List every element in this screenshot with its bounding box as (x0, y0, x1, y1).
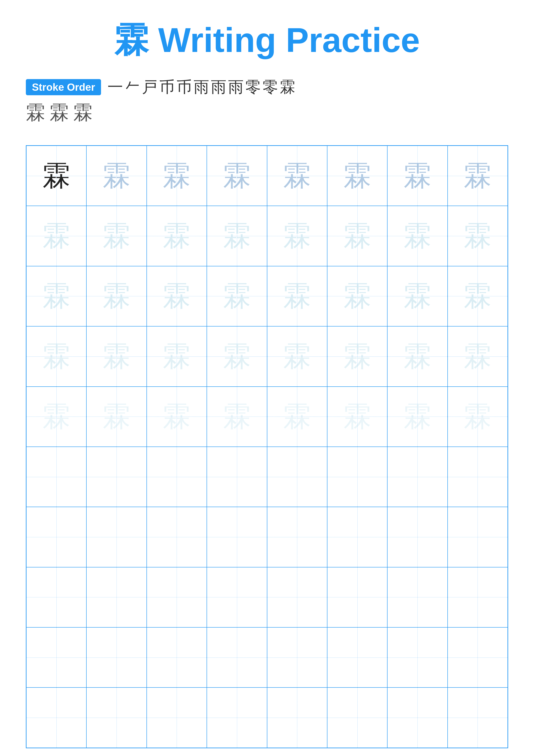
grid-cell-r4c5[interactable]: 霖 (267, 326, 327, 387)
grid-cell-r10c7[interactable] (387, 688, 447, 747)
stroke-order-row1: Stroke Order 一 𠂉 戸 币 币 雨 雨 雨 零 零 霖 (26, 77, 508, 97)
grid-cell-r8c7[interactable] (387, 567, 447, 627)
stroke-step-10: 零 (263, 77, 278, 97)
grid-cell-r2c2[interactable]: 霖 (87, 206, 146, 266)
grid-cell-r2c8[interactable]: 霖 (447, 206, 508, 266)
practice-char: 霖 (464, 403, 492, 431)
grid-cell-r6c2[interactable] (87, 447, 146, 507)
grid-cell-r8c6[interactable] (327, 567, 387, 627)
grid-cell-r5c1[interactable]: 霖 (26, 387, 87, 447)
title-char: 霖 (114, 21, 149, 59)
grid-cell-r10c3[interactable] (147, 688, 207, 747)
grid-cell-r1c7[interactable]: 霖 (387, 146, 447, 206)
grid-cell-r4c6[interactable]: 霖 (327, 326, 387, 387)
grid-cell-r9c7[interactable] (387, 627, 447, 688)
grid-cell-r9c1[interactable] (26, 627, 87, 688)
grid-cell-r1c3[interactable]: 霖 (147, 146, 207, 206)
grid-cell-r10c8[interactable] (447, 688, 508, 747)
grid-cell-r7c1[interactable] (26, 507, 87, 567)
grid-cell-r2c1[interactable]: 霖 (26, 206, 87, 266)
grid-cell-r9c4[interactable] (207, 627, 267, 688)
grid-cell-r6c7[interactable] (387, 447, 447, 507)
grid-cell-r7c5[interactable] (267, 507, 327, 567)
grid-cell-r9c2[interactable] (87, 627, 146, 688)
grid-cell-r8c3[interactable] (147, 567, 207, 627)
grid-cell-r3c8[interactable]: 霖 (447, 266, 508, 326)
grid-cell-r5c7[interactable]: 霖 (387, 387, 447, 447)
grid-cell-r8c1[interactable] (26, 567, 87, 627)
grid-cell-r6c6[interactable] (327, 447, 387, 507)
grid-cell-r9c6[interactable] (327, 627, 387, 688)
practice-char: 霖 (343, 403, 371, 431)
grid-cell-r8c4[interactable] (207, 567, 267, 627)
practice-char: 霖 (163, 222, 191, 250)
grid-cell-r3c7[interactable]: 霖 (387, 266, 447, 326)
grid-cell-r3c2[interactable]: 霖 (87, 266, 146, 326)
stroke-order-section: Stroke Order 一 𠂉 戸 币 币 雨 雨 雨 零 零 霖 霖 霖 霖 (26, 77, 508, 137)
grid-cell-r10c6[interactable] (327, 688, 387, 747)
grid-cell-r7c4[interactable] (207, 507, 267, 567)
grid-cell-r7c8[interactable] (447, 507, 508, 567)
grid-cell-r8c2[interactable] (87, 567, 146, 627)
grid-cell-r3c6[interactable]: 霖 (327, 266, 387, 326)
grid-cell-r2c6[interactable]: 霖 (327, 206, 387, 266)
grid-cell-r1c6[interactable]: 霖 (327, 146, 387, 206)
grid-cell-r4c2[interactable]: 霖 (87, 326, 146, 387)
grid-cell-r9c8[interactable] (447, 627, 508, 688)
grid-cell-r6c4[interactable] (207, 447, 267, 507)
grid-cell-r4c3[interactable]: 霖 (147, 326, 207, 387)
practice-char: 霖 (343, 342, 371, 370)
grid-cell-r6c5[interactable] (267, 447, 327, 507)
grid-cell-r8c8[interactable] (447, 567, 508, 627)
grid-cell-r1c4[interactable]: 霖 (207, 146, 267, 206)
grid-cell-r3c3[interactable]: 霖 (147, 266, 207, 326)
grid-cell-r3c5[interactable]: 霖 (267, 266, 327, 326)
practice-char: 霖 (42, 403, 70, 431)
grid-cell-r4c8[interactable]: 霖 (447, 326, 508, 387)
grid-cell-r5c6[interactable]: 霖 (327, 387, 387, 447)
grid-cell-r2c3[interactable]: 霖 (147, 206, 207, 266)
grid-cell-r3c4[interactable]: 霖 (207, 266, 267, 326)
practice-char: 霖 (343, 282, 371, 310)
practice-char: 霖 (42, 342, 70, 370)
grid-cell-r5c5[interactable]: 霖 (267, 387, 327, 447)
grid-cell-r5c8[interactable]: 霖 (447, 387, 508, 447)
grid-cell-r8c5[interactable] (267, 567, 327, 627)
grid-cell-r4c4[interactable]: 霖 (207, 326, 267, 387)
grid-cell-r5c4[interactable]: 霖 (207, 387, 267, 447)
practice-char: 霖 (42, 162, 70, 190)
grid-cell-r5c2[interactable]: 霖 (87, 387, 146, 447)
grid-cell-r7c7[interactable] (387, 507, 447, 567)
grid-cell-r1c1[interactable]: 霖 (26, 146, 87, 206)
grid-cell-r5c3[interactable]: 霖 (147, 387, 207, 447)
grid-cell-r6c3[interactable] (147, 447, 207, 507)
practice-char: 霖 (42, 282, 70, 310)
grid-cell-r2c4[interactable]: 霖 (207, 206, 267, 266)
practice-char: 霖 (103, 403, 131, 431)
grid-cell-r10c2[interactable] (87, 688, 146, 747)
grid-cell-r9c5[interactable] (267, 627, 327, 688)
stroke-step-3: 戸 (142, 77, 158, 97)
grid-cell-r10c4[interactable] (207, 688, 267, 747)
stroke-sequence-line1: 一 𠂉 戸 币 币 雨 雨 雨 零 零 霖 (108, 77, 295, 97)
grid-cell-r9c3[interactable] (147, 627, 207, 688)
grid-cell-r6c8[interactable] (447, 447, 508, 507)
grid-cell-r1c8[interactable]: 霖 (447, 146, 508, 206)
grid-cell-r7c2[interactable] (87, 507, 146, 567)
grid-cell-r7c3[interactable] (147, 507, 207, 567)
stroke-order-row2: 霖 霖 霖 (26, 99, 508, 126)
grid-cell-r1c2[interactable]: 霖 (87, 146, 146, 206)
practice-char: 霖 (103, 162, 131, 190)
grid-cell-r3c1[interactable]: 霖 (26, 266, 87, 326)
grid-cell-r10c1[interactable] (26, 688, 87, 747)
grid-cell-r4c7[interactable]: 霖 (387, 326, 447, 387)
grid-cell-r1c5[interactable]: 霖 (267, 146, 327, 206)
grid-cell-r10c5[interactable] (267, 688, 327, 747)
grid-cell-r2c7[interactable]: 霖 (387, 206, 447, 266)
stroke-step-5: 币 (176, 77, 192, 97)
grid-cell-r4c1[interactable]: 霖 (26, 326, 87, 387)
stroke-step-14: 霖 (73, 99, 93, 126)
grid-cell-r6c1[interactable] (26, 447, 87, 507)
grid-cell-r2c5[interactable]: 霖 (267, 206, 327, 266)
grid-cell-r7c6[interactable] (327, 507, 387, 567)
